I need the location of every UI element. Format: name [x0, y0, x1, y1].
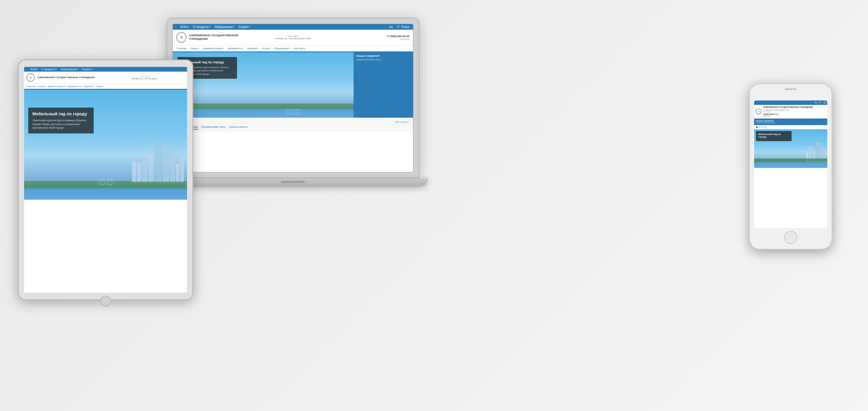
- phone-header: ⚜ СОВРЕМЕННОЕ ГОСУДАРСТВЕННОЕ УЧРЕЖДЕНИЕ…: [754, 105, 827, 119]
- phone-body: 👤 Аа 🔍 ☰ ⚜ СОВРЕМЕННОЕ ГОСУДАРСТВЕННОЕ У…: [749, 83, 832, 250]
- tablet-lang[interactable]: English ▾: [82, 68, 92, 71]
- dot-3[interactable]: [762, 126, 764, 128]
- t-building-9: [180, 158, 184, 182]
- tablet-hero-title: Мобильный гид по городу: [32, 111, 90, 117]
- tablet-login[interactable]: 👤 Войти: [27, 68, 37, 71]
- phone-screen: 👤 Аа 🔍 ☰ ⚜ СОВРЕМЕННОЕ ГОСУДАРСТВЕННОЕ У…: [754, 100, 827, 228]
- orders-arrow-icon: ▾: [257, 47, 258, 50]
- laptop-topbar: 👤 Войти О продукте ▾ Информация ▾: [173, 24, 413, 30]
- person-icon: 👤: [176, 25, 180, 29]
- phone-topbar-actions: Аа 🔍 ☰: [814, 101, 826, 104]
- tablet-body: 👤 Войти О продукте ▾ Информация ▾ Eng: [18, 59, 193, 300]
- phone-emblem: ⚜: [755, 108, 762, 115]
- laptop-body: 👤 Войти О продукте ▾ Информация ▾: [166, 18, 419, 178]
- laptop-services: Госуслуги Все услуги > Физические лица Ю…: [173, 118, 413, 132]
- phone-water: [754, 162, 827, 168]
- tablet-nav-orders[interactable]: Закупки▾: [84, 85, 94, 88]
- tablet-org-name: СОВРЕМЕННОЕ ГОСУДАРСТВЕННОЕ УЧРЕЖДЕНИЕ: [37, 76, 95, 79]
- tablet-info-arrow: ▾: [77, 68, 78, 71]
- nav-orders[interactable]: Закупки▾: [247, 47, 258, 50]
- tablet-header: ⚜ СОВРЕМЕННОЕ ГОСУДАРСТВЕННОЕ УЧРЕЖДЕНИЕ…: [24, 72, 187, 84]
- lang-link[interactable]: English ▾: [239, 25, 250, 29]
- phone-device: 👤 Аа 🔍 ☰ ⚜ СОВРЕМЕННОЕ ГОСУДАРСТВЕННОЕ У…: [749, 83, 832, 250]
- dot-1[interactable]: [756, 126, 758, 128]
- tablet-hero: Мобильный гид по городу Памятники архите…: [24, 90, 187, 200]
- tablet-admin-arrow: ▾: [65, 85, 66, 88]
- tablet-nav-admin[interactable]: Администрация▾: [48, 85, 66, 88]
- tablet-topbar: 👤 Войти О продукте ▾ Информация ▾ Eng: [24, 67, 187, 72]
- phone-person-icon: 👤: [755, 102, 758, 104]
- tablet-nav-city[interactable]: Город▾: [37, 85, 45, 88]
- dot-2[interactable]: [759, 126, 761, 128]
- hero-prev-btn[interactable]: ‹: [286, 109, 292, 115]
- tablet-device: 👤 Войти О продукте ▾ Информация ▾ Eng: [18, 59, 193, 300]
- tablet-person-icon: 👤: [27, 68, 30, 71]
- phone-phone: 8 (981) 844 07 11 Приемная: [763, 113, 826, 117]
- phone-hero-overlay: Мобильный гид по городу: [756, 131, 792, 141]
- nav-docs[interactable]: Документы▾: [228, 47, 243, 50]
- phone-info-panel: ОБЩИЕ СВЕДЕНИЯ Административный центр: [754, 119, 827, 125]
- info-arrow-icon: ▾: [233, 26, 234, 28]
- laptop-device: 👤 Войти О продукте ▾ Информация ▾: [166, 18, 425, 369]
- topbar-right: Аа 🔍 Поиск: [389, 25, 409, 29]
- tablet-emblem: ⚜: [27, 73, 35, 82]
- t-building-1: [132, 161, 136, 182]
- about-link[interactable]: О продукте ▾: [193, 25, 210, 29]
- font-size-btn[interactable]: Аа: [389, 25, 393, 29]
- laptop-header: ⚜ СОВРЕМЕННОЕ ГОСУДАРСТВЕННОЕ УЧРЕЖДЕНИЕ…: [173, 30, 413, 45]
- tablet-about[interactable]: О продукте ▾: [42, 68, 57, 71]
- tab-government[interactable]: Органы власти: [229, 125, 248, 130]
- t-building-6: [163, 146, 169, 182]
- phone-topbar: 👤 Аа 🔍 ☰: [754, 100, 827, 105]
- search-btn[interactable]: 🔍 Поиск: [397, 25, 410, 29]
- tablet-nav-docs[interactable]: Документы▾: [68, 85, 82, 88]
- dot-4[interactable]: [765, 126, 767, 128]
- t-building-2: [137, 163, 142, 182]
- services-tabs: Физические лица Юридические лица Органы …: [176, 125, 409, 130]
- laptop-hero: Мобильный гид по городу Памятники архите…: [173, 52, 413, 118]
- tablet-home-button[interactable]: [100, 296, 111, 306]
- info-link[interactable]: Информация ▾: [214, 25, 234, 29]
- tablet-orders-arrow: ▾: [92, 85, 94, 88]
- tablet-lang-arrow: ▾: [91, 68, 92, 71]
- phone-search-icon[interactable]: 🔍: [819, 101, 822, 104]
- tablet-carousel-arrows: ‹ ›: [99, 180, 112, 185]
- emblem-icon: ⚜: [176, 32, 186, 43]
- tablet-docs-arrow: ▾: [80, 85, 82, 88]
- tab-legal[interactable]: Юридические лица: [201, 125, 225, 130]
- t-building-5: [155, 140, 162, 182]
- services-header: Госуслуги Все услуги >: [176, 120, 409, 124]
- services-all-link[interactable]: Все услуги >: [396, 121, 409, 123]
- tablet-buildings: [24, 140, 187, 182]
- phone-org-name: СОВРЕМЕННОЕ ГОСУДАРСТВЕННОЕ УЧРЕЖДЕНИЕ: [763, 106, 826, 108]
- tablet-next-btn[interactable]: ›: [107, 180, 112, 185]
- admin-arrow-icon: ▾: [223, 47, 224, 50]
- nav-appeals[interactable]: Обращения▾: [274, 47, 290, 50]
- hero-carousel-arrows: ‹ ›: [286, 109, 300, 115]
- tablet-nav-services[interactable]: Услуги...: [96, 85, 105, 88]
- tablet-info[interactable]: Информация ▾: [61, 68, 78, 71]
- appeals-arrow-icon: ▾: [289, 47, 290, 50]
- tablet-nav-home[interactable]: Главная: [27, 85, 35, 88]
- nav-home[interactable]: Главная: [176, 47, 186, 50]
- t-building-3: [142, 149, 148, 182]
- tablet-hero-water: [24, 188, 187, 200]
- tablet-address: Наш адрес Москва, ул. 2-ая Хуторска...: [105, 76, 185, 80]
- org-phone: +7 (000) 000-00-00 Приемная: [332, 35, 409, 40]
- phone-home-button[interactable]: [784, 231, 797, 244]
- nav-city[interactable]: Город▾: [190, 47, 199, 50]
- login-link[interactable]: 👤 Войти: [176, 25, 189, 29]
- nav-admin[interactable]: Администрация▾: [203, 47, 224, 50]
- laptop-website: 👤 Войти О продукте ▾ Информация ▾: [173, 24, 413, 132]
- tablet-prev-btn[interactable]: ‹: [99, 180, 104, 185]
- hero-next-btn[interactable]: ›: [294, 109, 300, 115]
- laptop-screen: 👤 Войти О продукте ▾ Информация ▾: [173, 24, 413, 172]
- phone-menu-icon[interactable]: ☰: [824, 101, 826, 104]
- tablet-hero-desc: Памятники архитектуры и важные объекты г…: [32, 119, 90, 130]
- nav-contacts[interactable]: Контакты: [294, 47, 305, 50]
- phone-hero: Мобильный гид по городу: [754, 129, 827, 168]
- nav-services[interactable]: Услуги: [262, 47, 270, 50]
- phone-font-btn[interactable]: Аа: [814, 101, 817, 104]
- tablet-city-arrow: ▾: [44, 85, 45, 88]
- tablet-topbar-left: 👤 Войти О продукте ▾ Информация ▾ Eng: [27, 68, 92, 71]
